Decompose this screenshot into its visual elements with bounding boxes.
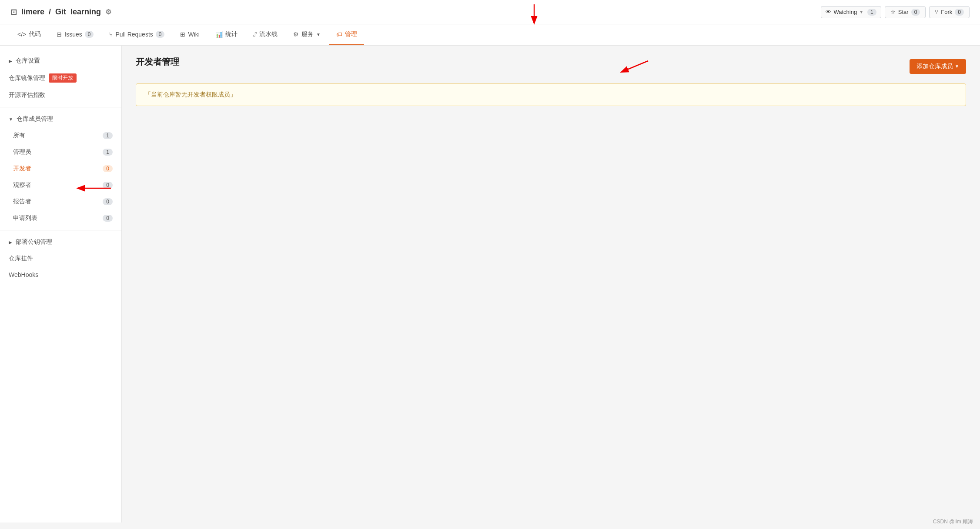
mirror-manage-badge: 限时开放 [49, 73, 77, 83]
eye-icon: 👁 [826, 9, 831, 15]
member-manage-label: 仓库成员管理 [17, 115, 53, 123]
tab-issues-label: Issues [64, 31, 82, 38]
watching-count: 1 [867, 9, 876, 16]
sidebar: ▶ 仓库设置 仓库镜像管理 限时开放 开源评估指数 ▼ 仓库成员管理 所有 1 … [0, 46, 122, 522]
watching-label: Watching [833, 9, 857, 15]
observer-label: 观察者 [13, 181, 31, 189]
sidebar-item-webhooks[interactable]: WebHooks [0, 267, 121, 283]
repo-settings-arrow-icon: ▶ [9, 59, 12, 63]
stats-icon: 📊 [215, 31, 223, 38]
settings-icon[interactable]: ⚙ [105, 8, 111, 16]
sidebar-divider-2 [0, 230, 121, 230]
webhooks-label: WebHooks [9, 271, 38, 278]
mirror-manage-label: 仓库镜像管理 [9, 74, 45, 82]
fork-label: Fork [941, 9, 952, 15]
main-layout: ▶ 仓库设置 仓库镜像管理 限时开放 开源评估指数 ▼ 仓库成员管理 所有 1 … [0, 46, 980, 522]
wiki-icon: ⊞ [180, 31, 185, 38]
services-dropdown-arrow: ▼ [316, 32, 321, 37]
header-actions: 👁 Watching ▼ 1 ☆ Star 0 ⑂ Fork 0 [821, 6, 970, 18]
pipeline-icon: ⑀ [253, 31, 257, 38]
sidebar-section-member-manage[interactable]: ▼ 仓库成员管理 [0, 111, 121, 127]
fork-button[interactable]: ⑂ Fork 0 [929, 6, 970, 18]
admin-label: 管理员 [13, 148, 31, 156]
repo-owner-label: limere [21, 7, 44, 17]
tab-wiki-label: Wiki [188, 31, 199, 38]
page-title: 开发者管理 [136, 56, 179, 68]
star-button[interactable]: ☆ Star 0 [885, 6, 926, 18]
services-icon: ⚙ [293, 31, 299, 38]
star-icon: ☆ [890, 9, 896, 15]
footer-note: CSDN @lim 顾涛 [933, 518, 973, 522]
issues-badge: 0 [85, 31, 94, 38]
tab-pullrequests[interactable]: ⑂ Pull Requests 0 [102, 25, 171, 45]
reporter-badge: 0 [103, 198, 113, 205]
observer-badge: 0 [103, 182, 113, 189]
repo-title: ⊡ limere / Git_learning ⚙ [10, 7, 111, 17]
tab-manage[interactable]: 🏷 管理 [329, 24, 364, 45]
sidebar-item-reporter[interactable]: 报告者 0 [0, 193, 121, 210]
pr-badge: 0 [156, 31, 165, 38]
apply-list-label: 申请列表 [13, 214, 37, 222]
repo-name-label: Git_learning [55, 7, 101, 17]
apply-list-badge: 0 [103, 215, 113, 222]
open-source-eval-label: 开源评估指数 [9, 91, 45, 98]
fork-icon: ⑂ [935, 9, 938, 15]
sidebar-section-deploy-keys[interactable]: ▶ 部署公钥管理 [0, 234, 121, 250]
issues-icon: ⊟ [57, 31, 62, 38]
top-header: ⊡ limere / Git_learning ⚙ 👁 Watching ▼ 1… [0, 0, 980, 24]
all-members-badge: 1 [103, 132, 113, 139]
watching-button[interactable]: 👁 Watching ▼ 1 [821, 6, 881, 18]
sidebar-item-all[interactable]: 所有 1 [0, 127, 121, 144]
tab-services[interactable]: ⚙ 服务 ▼ [286, 24, 328, 45]
repo-hooks-label: 仓库挂件 [9, 255, 33, 262]
pr-icon: ⑂ [109, 31, 113, 38]
star-count: 0 [911, 9, 920, 16]
repo-icon: ⊡ [10, 7, 17, 17]
main-content: 开发者管理 添加仓库成员 ▼ 「当前仓库暂无开发者权限成员」 [122, 46, 980, 522]
deploy-keys-label: 部署公钥管理 [16, 238, 52, 246]
developer-label: 开发者 [13, 165, 31, 173]
repo-separator: / [49, 7, 51, 17]
member-manage-arrow-icon: ▼ [9, 117, 13, 122]
tab-code[interactable]: </> 代码 [10, 24, 48, 45]
tab-pr-label: Pull Requests [115, 31, 153, 38]
developer-badge: 0 [103, 165, 113, 172]
tab-pipeline[interactable]: ⑀ 流水线 [246, 24, 284, 45]
deploy-keys-arrow-icon: ▶ [9, 240, 12, 245]
sidebar-item-apply-list[interactable]: 申请列表 0 [0, 210, 121, 226]
sidebar-item-repo-hooks[interactable]: 仓库挂件 [0, 250, 121, 267]
add-member-dropdown-arrow: ▼ [955, 64, 959, 69]
all-members-label: 所有 [13, 132, 25, 140]
footer-text: CSDN @lim 顾涛 [933, 519, 973, 522]
star-label: Star [898, 9, 909, 15]
fork-count: 0 [955, 9, 964, 16]
sidebar-section-repo-settings[interactable]: ▶ 仓库设置 [0, 53, 121, 69]
tab-wiki[interactable]: ⊞ Wiki [173, 25, 206, 45]
watching-dropdown-arrow: ▼ [859, 10, 863, 14]
add-member-button[interactable]: 添加仓库成员 ▼ [910, 59, 966, 74]
content-header: 开发者管理 添加仓库成员 ▼ [136, 56, 966, 77]
notice-box: 「当前仓库暂无开发者权限成员」 [136, 83, 966, 106]
add-member-label: 添加仓库成员 [916, 63, 953, 70]
tab-pipeline-label: 流水线 [259, 30, 278, 38]
page-wrapper: ⊡ limere / Git_learning ⚙ 👁 Watching ▼ 1… [0, 0, 980, 522]
sidebar-item-developer[interactable]: 开发者 0 [0, 160, 121, 177]
code-icon: </> [17, 31, 26, 38]
sidebar-item-mirror-manage[interactable]: 仓库镜像管理 限时开放 [0, 69, 121, 87]
tab-stats[interactable]: 📊 统计 [208, 24, 244, 45]
nav-tabs: </> 代码 ⊟ Issues 0 ⑂ Pull Requests 0 ⊞ Wi… [0, 24, 980, 46]
sidebar-item-observer[interactable]: 观察者 0 [0, 177, 121, 193]
tab-services-label: 服务 [301, 30, 314, 38]
sidebar-item-open-source-eval[interactable]: 开源评估指数 [0, 87, 121, 103]
sidebar-item-admin[interactable]: 管理员 1 [0, 144, 121, 160]
notice-text: 「当前仓库暂无开发者权限成员」 [145, 91, 236, 98]
sidebar-divider-1 [0, 107, 121, 107]
tab-code-label: 代码 [29, 30, 41, 38]
admin-badge: 1 [103, 149, 113, 156]
repo-settings-label: 仓库设置 [16, 57, 40, 65]
tab-manage-label: 管理 [345, 30, 357, 38]
manage-icon: 🏷 [336, 31, 342, 38]
tab-issues[interactable]: ⊟ Issues 0 [50, 25, 100, 45]
tab-stats-label: 统计 [225, 30, 237, 38]
reporter-label: 报告者 [13, 198, 31, 206]
